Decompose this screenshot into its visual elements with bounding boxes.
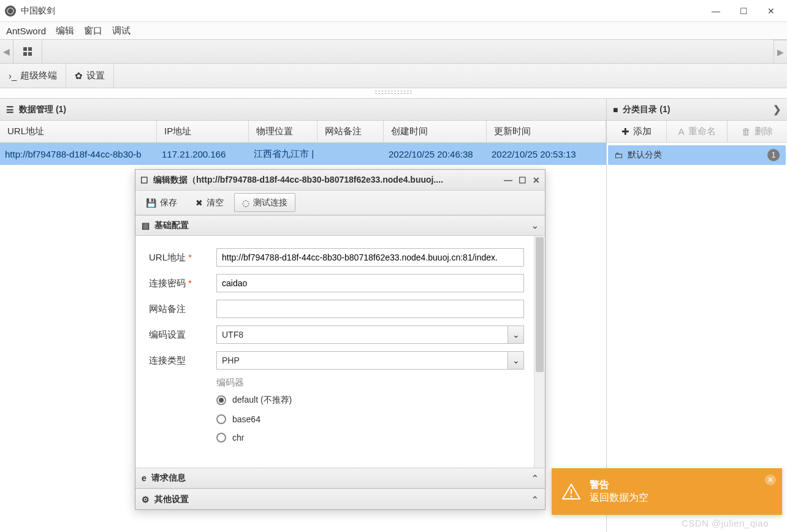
tab-terminal[interactable]: ›_ 超级终端 [0,64,66,88]
window-title: 中国蚁剑 [21,6,55,17]
add-label: 添加 [633,126,652,137]
section-other-header[interactable]: ⚙ 其他设置 ⌃ [135,488,545,509]
toast-title: 警告 [590,479,648,492]
encoding-value: UTF8 [222,330,243,340]
trash-icon: 🗑 [742,126,751,137]
th-ip[interactable]: IP地址 [157,121,249,142]
category-item-default[interactable]: 🗀 默认分类 1 [608,145,786,165]
test-connection-button[interactable]: ◌ 测试连接 [234,193,295,212]
url-input[interactable] [216,248,524,267]
th-note[interactable]: 网站备注 [317,121,384,142]
dialog-close-button[interactable]: ✕ [533,175,540,185]
th-ut[interactable]: 更新时间 [487,121,606,142]
chevron-down-icon: ⌄ [508,352,523,369]
menu-window[interactable]: 窗口 [84,25,102,37]
minimize-button[interactable]: ― [712,6,720,16]
encoding-select[interactable]: UTF8 ⌄ [216,325,524,344]
tab-settings[interactable]: ✿ 设置 [66,64,114,88]
dialog-maximize-button[interactable]: ☐ [519,175,527,185]
section-other-title: 其他设置 [154,494,189,505]
section-request-title: 请求信息 [151,473,186,484]
grid-icon [23,47,32,56]
warning-icon [561,482,581,501]
encoder-chr-label: chr [232,433,244,443]
table-row[interactable]: http://bf794788-d18f-44cc-8b30-b 117.21.… [0,143,606,165]
tab-scroll-left[interactable]: ◀ [0,40,13,63]
tab-settings-label: 设置 [86,70,105,82]
chevron-right-icon: ❯ [773,104,781,115]
data-panel-header[interactable]: ☰ 数据管理 (1) [0,99,606,121]
list-icon: ☰ [6,105,14,115]
td-ip: 117.21.200.166 [157,143,249,165]
encoder-base64-label: base64 [232,414,260,424]
gears-icon: ⚙ [142,495,150,504]
data-panel-title: 数据管理 (1) [19,104,66,115]
menu-antsword[interactable]: AntSword [6,26,46,36]
chevron-up-icon: ⌃ [531,473,539,483]
add-category-button[interactable]: ✚ 添加 [607,121,667,142]
section-basic-header[interactable]: ▤ 基础配置 ⌄ [135,215,545,236]
th-url[interactable]: URL地址 [0,121,157,142]
menu-debug[interactable]: 调试 [112,25,131,37]
home-tab[interactable] [13,40,42,63]
encoder-option-base64[interactable]: base64 [216,414,524,424]
toast-message: 返回数据为空 [590,492,648,504]
note-label: 网站备注 [149,303,216,315]
svg-point-0 [7,8,13,14]
test-label: 测试连接 [253,197,287,208]
table-header: URL地址 IP地址 物理位置 网站备注 创建时间 更新时间 [0,121,606,143]
encoder-default-label: default (不推荐) [232,395,292,406]
sub-tabs: ›_ 超级终端 ✿ 设置 [0,64,787,88]
type-label: 连接类型 [149,355,216,367]
rename-category-button[interactable]: A 重命名 [667,121,727,142]
th-ct[interactable]: 创建时间 [384,121,487,142]
toast-close-button[interactable]: ✕ [765,474,776,485]
save-label: 保存 [160,197,177,208]
note-input[interactable] [216,300,524,318]
form-basic: URL地址* 连接密码* 网站备注 编码设置 UTF8 ⌄ 连接类型 [135,236,545,468]
menu-bar: AntSword 编辑 窗口 调试 [0,22,787,39]
th-loc[interactable]: 物理位置 [249,121,317,142]
font-icon: A [678,126,684,137]
plus-icon: ✚ [622,126,629,137]
clear-button[interactable]: ✖ 清空 [188,193,232,212]
type-select[interactable]: PHP ⌄ [216,351,524,370]
tab-strip: ◀ ▶ [0,39,787,64]
scrollbar-thumb[interactable] [536,237,544,372]
folder-icon: ■ [613,105,618,115]
td-url: http://bf794788-d18f-44cc-8b30-b [0,143,157,165]
chevron-up-icon: ⌃ [531,495,539,504]
encoder-option-default[interactable]: default (不推荐) [216,395,524,406]
window-icon: ☐ [140,175,148,185]
dialog-title: 编辑数据（http://bf794788-d18f-44cc-8b30-b807… [153,175,443,186]
password-input[interactable] [216,274,524,292]
type-value: PHP [222,355,240,365]
category-count-badge: 1 [767,149,780,161]
tab-scroll-right[interactable]: ▶ [774,40,787,63]
delete-category-button[interactable]: 🗑 删除 [728,121,787,142]
category-toolbar: ✚ 添加 A 重命名 🗑 删除 [607,121,787,143]
menu-edit[interactable]: 编辑 [56,25,74,37]
maximize-button[interactable]: ☐ [740,6,748,16]
radio-icon [216,395,226,405]
delete-label: 删除 [755,126,773,137]
chevron-down-icon: ⌄ [531,221,539,230]
splitter-handle[interactable] [375,91,412,94]
tab-terminal-label: 超级终端 [20,70,57,82]
app-icon [5,6,16,17]
encoder-option-chr[interactable]: chr [216,433,524,443]
section-request-header[interactable]: e 请求信息 ⌃ [135,468,545,488]
save-icon: 💾 [146,198,156,208]
category-panel-header[interactable]: ■ 分类目录 (1) ❯ [607,99,787,121]
dialog-minimize-button[interactable]: — [504,175,512,185]
rename-label: 重命名 [688,126,716,137]
close-button[interactable]: ✕ [767,6,775,16]
section-basic-title: 基础配置 [154,220,189,231]
gear-icon: ✿ [75,70,83,82]
password-label: 连接密码* [149,278,216,289]
save-button[interactable]: 💾 保存 [138,193,185,212]
url-label: URL地址* [149,252,216,264]
dialog-titlebar[interactable]: ☐ 编辑数据（http://bf794788-d18f-44cc-8b30-b8… [135,170,545,191]
category-panel-title: 分类目录 (1) [623,104,670,115]
scrollbar[interactable] [534,236,545,468]
